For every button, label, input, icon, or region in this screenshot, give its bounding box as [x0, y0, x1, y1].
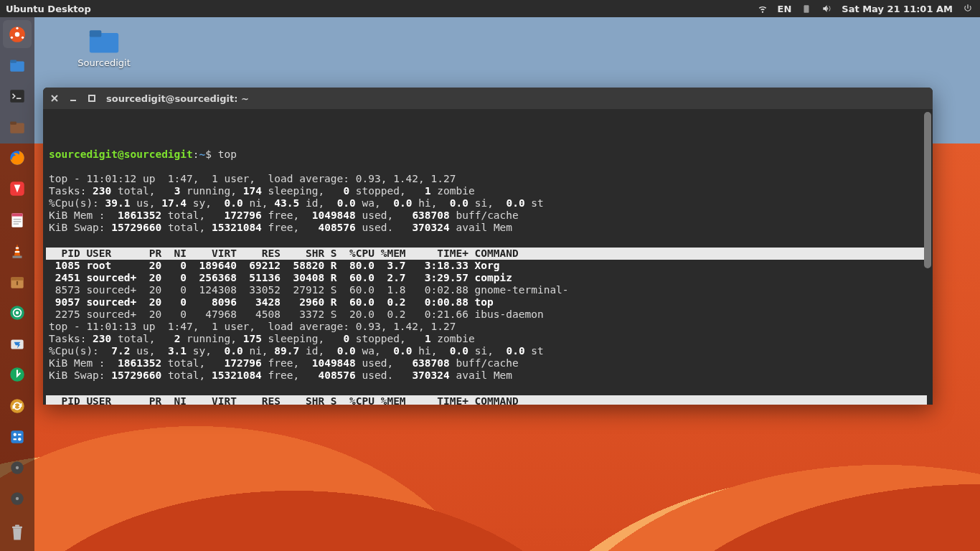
folder-icon	[88, 27, 120, 55]
launcher-screenshot[interactable]	[3, 299, 32, 327]
svg-rect-22	[17, 281, 18, 285]
launcher-software[interactable]	[3, 330, 32, 358]
scrollbar-thumb[interactable]	[924, 112, 931, 268]
svg-point-25	[16, 311, 19, 314]
svg-point-1	[15, 32, 20, 37]
power-icon[interactable]	[963, 4, 973, 14]
launcher-archive[interactable]	[3, 268, 32, 296]
launcher-files2[interactable]	[3, 113, 32, 141]
svg-rect-32	[14, 438, 17, 440]
svg-rect-41	[90, 30, 101, 37]
svg-point-30	[14, 433, 17, 435]
svg-rect-9	[10, 122, 17, 125]
trash-icon[interactable]	[3, 519, 32, 547]
desktop-folder-label: Sourcedigit	[72, 57, 136, 68]
terminal-output[interactable]: sourcedigit@sourcedigit:~$ top top - 11:…	[43, 109, 933, 405]
svg-point-3	[22, 36, 24, 38]
svg-rect-16	[14, 223, 19, 225]
svg-rect-17	[16, 247, 19, 248]
svg-rect-38	[12, 527, 22, 528]
svg-rect-39	[15, 525, 19, 527]
minimize-icon[interactable]	[69, 94, 77, 103]
launcher-settings[interactable]	[3, 423, 32, 451]
window-title: sourcedigit@sourcedigit: ~	[106, 93, 249, 104]
panel-title: Ubuntu Desktop	[6, 4, 91, 14]
svg-rect-7	[10, 90, 24, 102]
panel-indicators: EN Sat May 21 11:01 AM	[758, 4, 973, 14]
battery-icon[interactable]	[801, 4, 811, 14]
launcher-apps[interactable]	[3, 20, 32, 48]
wifi-icon[interactable]	[758, 4, 768, 14]
svg-point-35	[16, 466, 19, 469]
close-icon[interactable]	[50, 94, 59, 103]
launcher	[0, 17, 34, 551]
svg-rect-29	[11, 430, 23, 443]
svg-point-2	[16, 27, 18, 29]
svg-rect-13	[11, 213, 22, 216]
launcher-disks2[interactable]	[3, 485, 32, 513]
window-titlebar[interactable]: sourcedigit@sourcedigit: ~	[43, 88, 933, 109]
svg-rect-6	[10, 60, 17, 62]
desktop-folder[interactable]: Sourcedigit	[72, 27, 136, 68]
svg-point-28	[10, 399, 24, 413]
svg-rect-33	[18, 433, 21, 435]
volume-icon[interactable]	[821, 4, 831, 14]
svg-rect-14	[14, 218, 22, 220]
launcher-files[interactable]	[3, 51, 32, 79]
launcher-sync[interactable]	[3, 392, 32, 420]
svg-rect-42	[89, 95, 95, 101]
launcher-vlc[interactable]	[3, 237, 32, 265]
svg-point-4	[11, 36, 13, 38]
launcher-firefox[interactable]	[3, 144, 32, 172]
lang-indicator[interactable]: EN	[778, 4, 792, 14]
svg-point-37	[16, 497, 19, 500]
svg-rect-21	[11, 277, 23, 280]
terminal-window: sourcedigit@sourcedigit: ~ sourcedigit@s…	[43, 88, 933, 405]
launcher-disks[interactable]	[3, 453, 32, 481]
maximize-icon[interactable]	[88, 94, 96, 103]
launcher-text-editor[interactable]	[3, 206, 32, 234]
top-panel: Ubuntu Desktop EN Sat May 21 11:01 AM	[0, 0, 980, 17]
clock[interactable]: Sat May 21 11:01 AM	[842, 4, 953, 14]
svg-rect-15	[14, 221, 22, 222]
launcher-terminal[interactable]	[3, 82, 32, 110]
svg-rect-19	[13, 255, 22, 258]
launcher-updater[interactable]	[3, 361, 32, 389]
launcher-vivaldi[interactable]	[3, 175, 32, 203]
svg-rect-18	[15, 251, 20, 253]
svg-point-31	[18, 438, 21, 441]
